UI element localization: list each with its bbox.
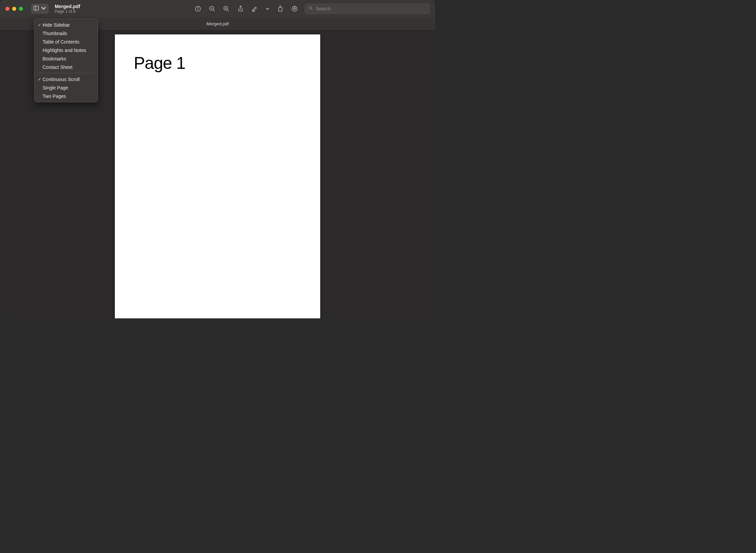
toolbar: Merged.pdf Page 1 of 8 [0,0,435,18]
check-icon: ✓ [37,23,42,27]
menu-item-highlights-notes[interactable]: Highlights and Notes [34,46,98,54]
tab-title[interactable]: Merged.pdf [206,21,229,26]
page-indicator: Page 1 of 8 [55,9,80,14]
zoom-in-icon[interactable] [223,5,230,12]
menu-item-label: Hide Sidebar [43,22,70,28]
menu-item-label: Thumbnails [43,31,67,36]
menu-item-single-page[interactable]: Single Page [34,83,98,92]
markup-icon[interactable] [291,5,298,12]
view-options-menu: ✓ Hide Sidebar Thumbnails Table of Conte… [34,19,98,102]
svg-line-6 [213,10,215,11]
menu-item-table-of-contents[interactable]: Table of Contents [34,37,98,46]
share-icon[interactable] [237,5,244,12]
menu-separator [38,73,94,73]
search-icon [308,6,316,12]
svg-rect-14 [279,7,282,11]
maximize-window-button[interactable] [19,7,23,11]
document-title: Merged.pdf [55,4,80,9]
menu-item-label: Bookmarks [43,56,66,61]
window-controls [5,7,23,11]
minimize-window-button[interactable] [12,7,16,11]
svg-point-16 [309,6,311,9]
svg-line-17 [311,9,312,10]
menu-item-label: Contact Sheet [43,64,73,70]
menu-item-contact-sheet[interactable]: Contact Sheet [34,63,98,71]
chevron-down-icon [41,5,47,12]
menu-item-label: Two Pages [43,94,66,99]
search-input[interactable]: Search [305,4,430,14]
menu-item-label: Continuous Scroll [43,77,80,82]
svg-rect-0 [34,6,39,10]
menu-item-continuous-scroll[interactable]: ✓ Continuous Scroll [34,75,98,83]
close-window-button[interactable] [5,7,9,11]
page-heading: Page 1 [134,53,301,73]
info-icon[interactable] [195,5,201,12]
toolbar-actions [195,5,298,12]
sidebar-view-button[interactable] [31,4,49,14]
menu-item-label: Table of Contents [43,39,79,45]
chevron-down-icon[interactable] [266,5,270,12]
rotate-icon[interactable] [277,5,284,12]
menu-item-bookmarks[interactable]: Bookmarks [34,54,98,63]
menu-item-hide-sidebar[interactable]: ✓ Hide Sidebar [34,21,98,29]
menu-item-two-pages[interactable]: Two Pages [34,92,98,100]
zoom-out-icon[interactable] [209,5,216,12]
menu-item-thumbnails[interactable]: Thumbnails [34,29,98,37]
menu-item-label: Single Page [43,85,68,90]
sidebar-icon [33,5,39,12]
highlight-icon[interactable] [251,5,258,12]
pdf-page: Page 1 [115,34,320,318]
svg-line-9 [227,10,229,11]
document-title-block: Merged.pdf Page 1 of 8 [55,4,80,14]
check-icon: ✓ [37,77,42,82]
svg-point-4 [198,7,198,8]
menu-item-label: Highlights and Notes [43,48,86,53]
search-placeholder: Search [316,6,331,11]
